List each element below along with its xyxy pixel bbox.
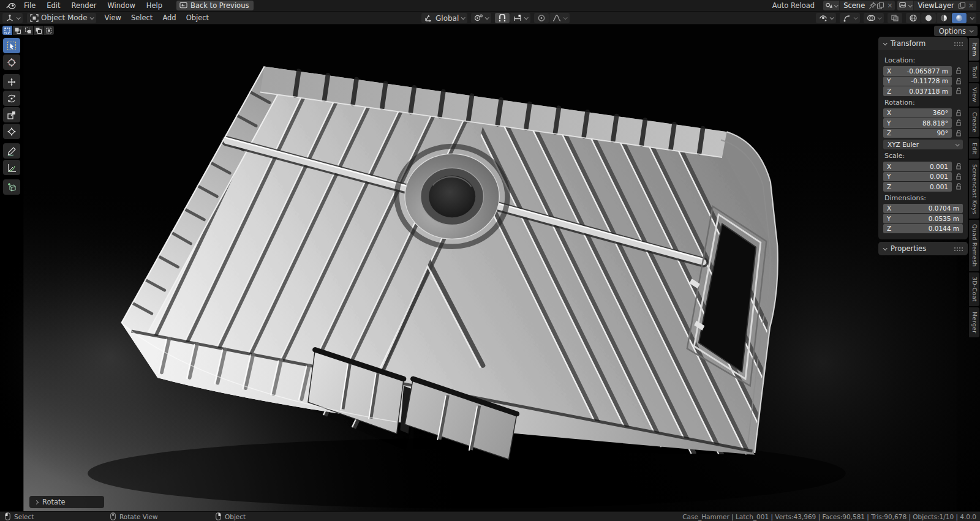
tool-cursor[interactable]	[3, 54, 20, 70]
proportional-falloff-dropdown[interactable]	[549, 13, 570, 23]
rotation-z-field[interactable]: Z 90°	[883, 129, 952, 138]
properties-panel-header[interactable]: Properties	[878, 242, 968, 255]
tool-add-cube[interactable]	[3, 179, 20, 195]
lock-open-icon[interactable]	[955, 67, 963, 75]
menu-edit[interactable]: Edit	[41, 0, 66, 11]
sidebar-tab-item[interactable]: Item	[969, 38, 979, 61]
operator-redo-panel[interactable]: Rotate	[29, 496, 104, 508]
scene-name[interactable]: Scene	[840, 1, 869, 10]
new-viewlayer-icon[interactable]	[958, 2, 966, 9]
sidebar-tab-screencast-keys[interactable]: Screencast Keys	[969, 160, 979, 219]
pin-icon[interactable]	[869, 2, 876, 9]
xray-icon	[891, 14, 899, 22]
menu-select[interactable]: Select	[126, 12, 157, 24]
mode-dropdown[interactable]: Object Mode	[27, 13, 96, 23]
tool-rotate[interactable]	[3, 91, 20, 106]
visibility-dropdown[interactable]	[816, 13, 836, 23]
menu-render[interactable]: Render	[66, 0, 102, 11]
tool-scale[interactable]	[3, 107, 20, 122]
menu-file[interactable]: File	[18, 0, 41, 11]
sidebar-tab-3d-coat[interactable]: 3D-Coat	[969, 272, 979, 306]
shading-dropdown[interactable]	[967, 13, 976, 23]
scene-statistics: Case_Hammer | Latch_001 | Verts:43,969 |…	[682, 513, 976, 520]
lock-open-icon[interactable]	[955, 162, 963, 170]
tool-transform[interactable]	[3, 124, 20, 139]
tool-measure[interactable]	[3, 160, 20, 175]
shading-material-button[interactable]	[937, 13, 951, 23]
viewlayer-name[interactable]: ViewLayer	[914, 1, 957, 10]
lock-open-icon[interactable]	[955, 119, 963, 127]
sidebar-tab-create[interactable]: Create	[969, 108, 979, 137]
xray-toggle[interactable]	[888, 13, 902, 23]
menu-add[interactable]: Add	[157, 12, 181, 24]
lock-open-icon[interactable]	[955, 182, 963, 190]
location-y-row: Y -0.11728 m	[883, 77, 963, 86]
dimensions-z-field[interactable]: Z 0.0144 m	[883, 224, 963, 234]
location-z-field[interactable]: Z 0.037118 m	[883, 86, 952, 96]
menu-help[interactable]: Help	[141, 0, 168, 11]
sidebar-tab-edit[interactable]: Edit	[969, 138, 979, 159]
auto-reload-label[interactable]: Auto Reload	[772, 1, 815, 10]
proportional-editing-toggle[interactable]	[534, 13, 549, 23]
panel-grip-icon[interactable]	[954, 42, 963, 46]
scale-x-field[interactable]: X 0.001	[883, 162, 952, 171]
viewlayer-browse-button[interactable]	[897, 1, 914, 10]
select-mode-extend-button[interactable]	[13, 26, 23, 35]
viewlayer-selector[interactable]: ViewLayer ✕	[897, 1, 976, 10]
location-y-field[interactable]: Y -0.11728 m	[883, 77, 952, 86]
transform-orientation-dropdown[interactable]: Global	[421, 13, 467, 23]
sidebar-tab-view[interactable]: View	[969, 83, 979, 107]
select-mode-invert-button[interactable]	[34, 26, 43, 35]
rotation-mode-dropdown[interactable]: XYZ Euler	[883, 140, 963, 149]
scene-selector[interactable]: Scene ✕	[823, 1, 895, 10]
lock-open-icon[interactable]	[955, 173, 963, 181]
new-scene-icon[interactable]	[876, 2, 884, 9]
panel-grip-icon[interactable]	[954, 247, 963, 251]
sidebar-tab-quad-remesh[interactable]: Quad Remesh	[969, 220, 979, 271]
back-to-previous-button[interactable]: Back to Previous	[176, 1, 254, 10]
shading-rendered-icon	[955, 14, 963, 22]
shading-wireframe-button[interactable]	[906, 13, 921, 23]
select-mode-intersect-button[interactable]	[44, 26, 54, 35]
shading-solid-button[interactable]	[921, 13, 936, 23]
dimensions-z-row: Z 0.0144 m	[883, 224, 963, 234]
select-mode-group	[2, 26, 54, 35]
dimensions-x-field[interactable]: X 0.0704 m	[883, 204, 963, 214]
dimensions-label: Dimensions:	[884, 194, 963, 202]
tool-annotate[interactable]	[3, 143, 20, 159]
scale-y-field[interactable]: Y 0.001	[883, 172, 952, 182]
lock-open-icon[interactable]	[955, 87, 963, 95]
menu-view[interactable]: View	[100, 12, 126, 24]
dimensions-y-field[interactable]: Y 0.0535 m	[883, 214, 963, 223]
menu-window[interactable]: Window	[102, 0, 140, 11]
tool-move[interactable]	[3, 74, 20, 89]
remove-viewlayer-icon[interactable]: ✕	[966, 2, 976, 10]
transform-panel-header[interactable]: Transform	[878, 37, 968, 50]
rotation-y-field[interactable]: Y 88.818°	[883, 118, 952, 128]
sidebar-tab-tool[interactable]: Tool	[969, 62, 979, 83]
unlink-scene-icon[interactable]: ✕	[884, 2, 895, 10]
rotation-x-field[interactable]: X 360°	[883, 108, 952, 118]
editor-type-button[interactable]	[2, 13, 23, 23]
pivot-point-dropdown[interactable]	[471, 13, 491, 23]
viewport-options-dropdown[interactable]: Options	[934, 26, 978, 36]
lock-open-icon[interactable]	[955, 109, 963, 117]
select-mode-subtract-button[interactable]	[23, 26, 33, 35]
scene-browse-button[interactable]	[823, 1, 840, 10]
menu-object[interactable]: Object	[181, 12, 214, 24]
lock-open-icon[interactable]	[955, 77, 963, 85]
select-mode-new-button[interactable]	[2, 26, 12, 35]
3d-viewport[interactable]	[0, 24, 980, 511]
snap-target-dropdown[interactable]	[510, 13, 530, 23]
overlays-dropdown[interactable]	[864, 13, 884, 23]
lock-open-icon[interactable]	[955, 129, 963, 137]
snap-toggle[interactable]	[495, 13, 510, 23]
scale-z-field[interactable]: Z 0.001	[883, 182, 952, 192]
gizmos-dropdown[interactable]	[840, 13, 860, 23]
location-x-field[interactable]: X -0.065877 m	[883, 66, 952, 76]
hint-select: Select	[5, 512, 34, 520]
sidebar-tab-merger[interactable]: Merger	[969, 307, 979, 337]
tool-select-box[interactable]	[3, 38, 20, 53]
overlays-icon	[867, 14, 875, 22]
shading-rendered-button[interactable]	[952, 13, 967, 23]
